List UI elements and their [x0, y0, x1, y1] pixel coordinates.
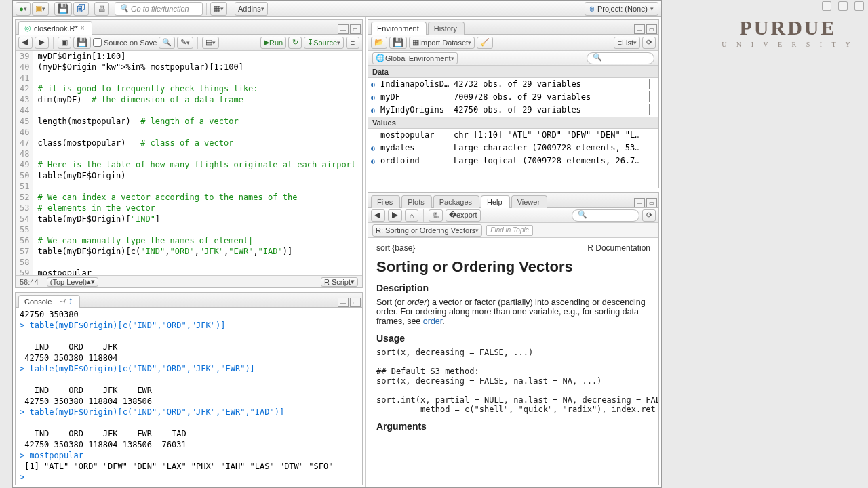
env-row[interactable]: ◐ mydates Large character (7009728 eleme…	[368, 142, 658, 155]
grid-icon[interactable]	[649, 79, 650, 89]
rerun-button[interactable]: ↻	[288, 37, 302, 49]
tab-help[interactable]: Help	[481, 195, 510, 208]
addins-button[interactable]: Addins	[235, 2, 268, 16]
search-icon: 🔍	[578, 210, 587, 218]
maximize-env-button[interactable]: ▭	[646, 24, 657, 34]
help-refresh-button[interactable]: ⟳	[642, 209, 656, 222]
maximize-console-button[interactable]: ▭	[350, 298, 361, 307]
help-doc-label: R Documentation	[587, 243, 650, 253]
env-row[interactable]: ◐ MyIndyOrigins 42750 obs. of 29 variabl…	[368, 104, 658, 117]
tab-history[interactable]: History	[428, 22, 465, 35]
help-popout-button[interactable]: �export	[446, 209, 481, 222]
rstudio-window: ● ▣ 💾 🗐 🖶 🔍 Go to file/function ▦ Addins…	[12, 0, 662, 488]
print-button[interactable]: 🖶	[94, 2, 109, 16]
tab-packages[interactable]: Packages	[433, 195, 479, 208]
project-menu[interactable]: ⎈ Project: (None) ▾	[585, 2, 658, 16]
source-button[interactable]: ↧ Source	[304, 37, 344, 49]
source-on-save-checkbox[interactable]: Source on Save	[93, 38, 157, 47]
help-search-input[interactable]: 🔍	[572, 209, 639, 222]
notebook-button[interactable]: ▤	[202, 37, 219, 49]
outline-button[interactable]: ≡	[346, 37, 359, 49]
console-popout-icon[interactable]: ⤴	[68, 298, 73, 306]
env-row[interactable]: ◐ IndianapolisDe… 42732 obs. of 29 varia…	[368, 78, 658, 91]
help-home-button[interactable]: ⌂	[405, 209, 418, 222]
tab-files[interactable]: Files	[371, 195, 400, 208]
lang-selector[interactable]: R Script ▾	[321, 277, 358, 287]
env-search-input[interactable]: 🔍	[587, 52, 654, 64]
tab-viewer[interactable]: Viewer	[511, 195, 547, 208]
env-scope-selector[interactable]: 🌐 Global Environment	[372, 52, 458, 64]
run-button[interactable]: ▶ Run	[260, 37, 286, 49]
help-nav: ⯇ ⯈ ⌂ 🖶 �export 🔍 ⟳	[368, 208, 658, 223]
source-toolbar: ⯇ ⯈ ▣ 💾 Source on Save 🔍 ✎ ▤ ▶ Run ↻	[16, 35, 362, 51]
source-editor[interactable]: 3940414243444546474849505152535455565758…	[16, 51, 362, 275]
console-path: ~/	[59, 298, 65, 306]
minimize-help-button[interactable]: —	[634, 198, 645, 207]
project-icon: ⎈	[589, 3, 595, 14]
os-close-button[interactable]	[854, 1, 864, 11]
help-content[interactable]: sort {base} R Documentation Sorting or O…	[368, 238, 658, 485]
show-in-new-window-button[interactable]: ▣	[58, 37, 71, 49]
help-breadcrumb[interactable]: R: Sorting or Ordering Vectors	[372, 224, 482, 237]
back-button[interactable]: ⯇	[18, 37, 33, 49]
tab-environment[interactable]: Environment	[371, 22, 427, 35]
grid-icon[interactable]	[649, 104, 650, 115]
env-data-header: Data	[368, 66, 658, 78]
tools-grid-button[interactable]: ▦	[210, 2, 227, 16]
globe-icon: 🌐	[376, 54, 385, 62]
find-in-topic-input[interactable]: Find in Topic	[486, 225, 532, 236]
env-row[interactable]: ◐ ordtoind Large logical (7009728 elemen…	[368, 155, 658, 167]
help-usage-code: sort(x, decreasing = FALSE, ...) ## Defa…	[376, 348, 650, 414]
console-tab-label: Console	[24, 298, 52, 306]
help-print-button[interactable]: 🖶	[429, 209, 443, 222]
expand-icon[interactable]: ◐	[371, 78, 380, 91]
save-button[interactable]: 💾	[54, 2, 72, 16]
find-button[interactable]: 🔍	[159, 37, 175, 49]
scope-selector[interactable]: (Top Level) ▴▾	[47, 277, 98, 287]
new-file-button[interactable]: ●	[16, 2, 31, 16]
help-description-body: Sort (or order) a vector or factor (part…	[376, 298, 650, 326]
project-label: Project: (None)	[597, 5, 648, 13]
tab-plots[interactable]: Plots	[401, 195, 431, 208]
maximize-pane-button[interactable]: ▭	[350, 24, 361, 34]
clear-workspace-button[interactable]: 🧹	[477, 37, 493, 49]
console-output[interactable]: 42750 350380> table(myDF$Origin)[c("IND"…	[16, 308, 362, 485]
save-all-button[interactable]: 🗐	[73, 2, 89, 16]
branding-subtitle: U N I V E R S I T Y	[720, 41, 856, 48]
console-tab[interactable]: Console ~/ ⤴	[18, 295, 80, 308]
refresh-env-button[interactable]: ⟳	[642, 37, 656, 49]
open-file-button[interactable]: ▣	[32, 2, 49, 16]
help-title: Sorting or Ordering Vectors	[376, 258, 650, 276]
close-icon[interactable]: ×	[81, 24, 85, 32]
console-tabs: Console ~/ ⤴ — ▭	[16, 293, 362, 308]
minimize-env-button[interactable]: —	[634, 24, 645, 34]
minimize-pane-button[interactable]: —	[338, 24, 349, 34]
goto-placeholder: Go to file/function	[131, 5, 189, 13]
save-source-button[interactable]: 💾	[73, 37, 91, 49]
os-min-button[interactable]	[822, 1, 831, 11]
branding-name: PURDUE	[720, 16, 856, 39]
forward-button[interactable]: ⯈	[35, 37, 49, 49]
load-workspace-button[interactable]: 📂	[371, 37, 387, 49]
expand-icon[interactable]: ◐	[371, 91, 380, 104]
help-forward-button[interactable]: ⯈	[388, 209, 402, 222]
help-usage-header: Usage	[376, 333, 650, 344]
grid-icon[interactable]	[649, 92, 650, 102]
order-link[interactable]: order	[423, 317, 443, 326]
save-workspace-button[interactable]: 💾	[389, 37, 407, 49]
minimize-console-button[interactable]: —	[338, 298, 349, 307]
expand-icon[interactable]: ◐	[371, 142, 380, 155]
env-row[interactable]: mostpopular chr [1:10] "ATL" "ORD" "DFW"…	[368, 129, 658, 142]
import-dataset-button[interactable]: ▦ Import Dataset	[409, 37, 475, 49]
source-tab-closerlook[interactable]: ◎ closerlook.R* ×	[18, 21, 92, 35]
goto-file-input[interactable]: 🔍 Go to file/function	[115, 2, 203, 16]
help-back-button[interactable]: ⯇	[371, 209, 385, 222]
list-view-button[interactable]: ≡ List	[614, 37, 640, 49]
env-row[interactable]: ◐ myDF 7009728 obs. of 29 variables	[368, 91, 658, 104]
wand-button[interactable]: ✎	[177, 37, 193, 49]
expand-icon[interactable]: ◐	[371, 104, 380, 117]
expand-icon[interactable]: ◐	[371, 155, 380, 167]
maximize-help-button[interactable]: ▭	[646, 198, 657, 207]
os-max-button[interactable]	[838, 1, 848, 11]
help-arguments-header: Arguments	[376, 421, 650, 432]
